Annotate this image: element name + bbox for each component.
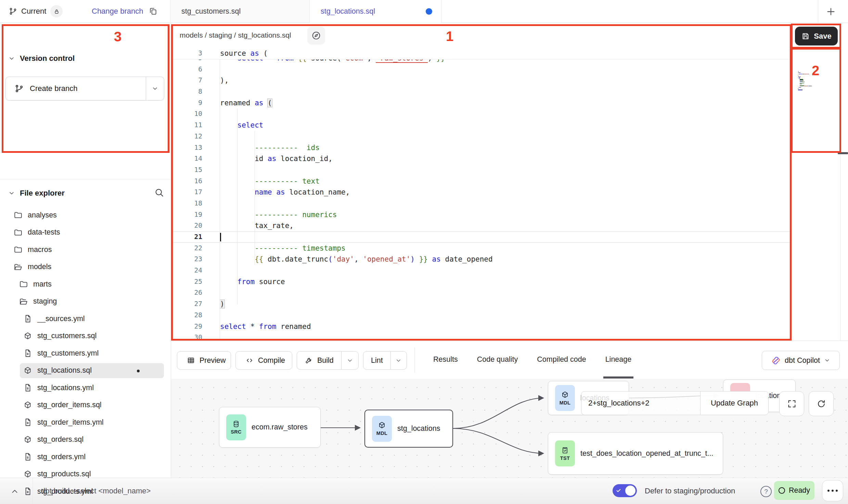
cube-icon bbox=[23, 332, 32, 341]
file-item-stg_locations.sql[interactable]: stg_locations.sql bbox=[0, 362, 171, 380]
folder-icon bbox=[14, 245, 23, 254]
code-line-8[interactable]: 8 bbox=[171, 86, 791, 97]
code-line-17[interactable]: 17 name as location_name, bbox=[171, 187, 791, 198]
dbt-copilot-button[interactable]: dbt Copilot bbox=[762, 351, 840, 370]
search-icon[interactable] bbox=[154, 187, 164, 198]
code-line-10[interactable]: 10 bbox=[171, 108, 791, 120]
file-explorer-header[interactable]: File explorer bbox=[8, 189, 65, 198]
code-line-12[interactable]: 12 bbox=[171, 131, 791, 142]
file-explorer-title: File explorer bbox=[20, 189, 65, 198]
lineage-compass-icon[interactable] bbox=[307, 27, 325, 44]
code-line-19[interactable]: 19 ---------- numerics bbox=[171, 209, 791, 221]
new-tab-button[interactable] bbox=[825, 5, 838, 18]
code-line-23[interactable]: 23 {{ dbt.date_trunc('day', 'opened_at')… bbox=[171, 254, 791, 265]
code-line-24[interactable]: 24 bbox=[171, 265, 791, 276]
code-line-5[interactable]: 5 select * from {{ source('ecom', 'raw_s… bbox=[171, 59, 791, 64]
file-item-stg_orders.yml[interactable]: stg_orders.yml bbox=[0, 448, 171, 466]
compile-button[interactable]: Compile bbox=[235, 351, 292, 370]
lint-dropdown[interactable] bbox=[390, 352, 407, 369]
code-line-18[interactable]: 18 bbox=[171, 198, 791, 209]
file-name: stg_locations.yml bbox=[37, 384, 94, 392]
code-line-7[interactable]: 7), bbox=[171, 75, 791, 86]
code-line-9[interactable]: 9renamed as ( bbox=[171, 97, 791, 109]
code-line-27[interactable]: 27) bbox=[171, 299, 791, 310]
fullscreen-button[interactable] bbox=[779, 391, 804, 416]
selector-input[interactable]: 2+stg_locations+2 bbox=[581, 392, 700, 415]
preview-button[interactable]: Preview bbox=[177, 351, 231, 370]
version-control-header[interactable]: Version control bbox=[8, 54, 75, 63]
code-line-29[interactable]: 29select * from renamed bbox=[171, 321, 791, 332]
model-badge: MDL bbox=[555, 385, 575, 411]
file-item-marts[interactable]: marts bbox=[0, 276, 171, 293]
file-item-stg_customers.yml[interactable]: stg_customers.yml bbox=[0, 345, 171, 362]
test-badge: TST bbox=[555, 440, 575, 466]
code-line-3[interactable]: 3source as ( bbox=[171, 48, 791, 59]
code-line-25[interactable]: 25 from source bbox=[171, 276, 791, 288]
lineage-node-test[interactable]: TST test_does_location_opened_at_trunc_t… bbox=[548, 432, 723, 475]
file-item-analyses[interactable]: analyses bbox=[0, 207, 171, 224]
code-line-30[interactable]: 30 bbox=[171, 332, 791, 341]
file-name: stg_orders.yml bbox=[37, 453, 86, 461]
tab-lineage[interactable]: Lineage bbox=[605, 341, 632, 379]
code-line-11[interactable]: 11 select bbox=[171, 120, 791, 131]
cube-icon bbox=[23, 401, 32, 410]
file-item-data-tests[interactable]: data-tests bbox=[0, 224, 171, 241]
code-editor[interactable]: 3source as ( 5 select * from {{ source('… bbox=[171, 48, 791, 341]
code-line-28[interactable]: 28 bbox=[171, 310, 791, 321]
code-line-21[interactable]: 21 bbox=[171, 231, 791, 243]
copy-icon[interactable] bbox=[149, 7, 157, 16]
folder-icon bbox=[14, 211, 23, 220]
save-button[interactable]: Save bbox=[795, 27, 838, 45]
file-item-stg_order_items.sql[interactable]: stg_order_items.sql bbox=[0, 397, 171, 414]
wrench-icon bbox=[305, 356, 313, 364]
help-icon[interactable]: ? bbox=[760, 486, 772, 497]
folder-open-icon bbox=[14, 263, 23, 271]
lineage-node-stg-locations[interactable]: MDL stg_locations bbox=[364, 410, 453, 448]
doc-icon bbox=[23, 418, 32, 427]
update-graph-button[interactable]: Update Graph bbox=[701, 392, 768, 415]
file-list: analysesdata-testsmacrosmodelsmartsstagi… bbox=[0, 207, 171, 500]
create-branch-button[interactable]: Create branch bbox=[5, 77, 164, 101]
file-item-models[interactable]: models bbox=[0, 258, 171, 276]
code-line-20[interactable]: 20 tax_rate, bbox=[171, 220, 791, 231]
file-item-stg_order_items.yml[interactable]: stg_order_items.yml bbox=[0, 414, 171, 431]
file-item-stg_locations.yml[interactable]: stg_locations.yml bbox=[0, 379, 171, 397]
node-label: ecom.raw_stores bbox=[252, 423, 308, 432]
tab-stg-customers-sql[interactable]: stg_customers.sql bbox=[170, 0, 310, 23]
create-branch-label: Create branch bbox=[30, 84, 77, 93]
code-line-14[interactable]: 14 id as location_id, bbox=[171, 153, 791, 164]
branch-status[interactable]: Current bbox=[9, 0, 63, 23]
defer-toggle[interactable] bbox=[613, 484, 637, 497]
refresh-button[interactable] bbox=[809, 391, 834, 416]
panel-resize-handle[interactable] bbox=[838, 152, 848, 154]
create-branch-dropdown[interactable] bbox=[146, 77, 164, 100]
overflow-menu-button[interactable] bbox=[822, 480, 843, 501]
code-line-15[interactable]: 15 bbox=[171, 164, 791, 176]
lineage-node-source[interactable]: SRC ecom.raw_stores bbox=[219, 407, 321, 448]
code-line-26[interactable]: 26 bbox=[171, 287, 791, 299]
toolbar-divider bbox=[414, 347, 415, 373]
file-item-stg_orders.sql[interactable]: stg_orders.sql bbox=[0, 431, 171, 449]
tab-code-quality[interactable]: Code quality bbox=[477, 341, 518, 379]
file-item-staging[interactable]: staging bbox=[0, 293, 171, 310]
lint-button[interactable]: Lint bbox=[363, 351, 407, 370]
tab-results[interactable]: Results bbox=[433, 341, 458, 379]
file-item-stg_customers.sql[interactable]: stg_customers.sql bbox=[0, 328, 171, 345]
build-dropdown[interactable] bbox=[341, 352, 358, 369]
code-line-16[interactable]: 16 ---------- text bbox=[171, 176, 791, 187]
dbt-cloud-ide: Current Change branch stg_customers.sql … bbox=[0, 0, 848, 504]
code-line-6[interactable]: 6 bbox=[171, 64, 791, 75]
code-line-13[interactable]: 13 ---------- ids bbox=[171, 142, 791, 154]
file-item-macros[interactable]: macros bbox=[0, 241, 171, 258]
topbar-divider bbox=[818, 0, 818, 23]
file-item-__sources.yml[interactable]: __sources.yml bbox=[0, 310, 171, 328]
build-button[interactable]: Build bbox=[297, 351, 359, 370]
tab-stg-locations-sql[interactable]: stg_locations.sql bbox=[310, 0, 441, 23]
minimap[interactable] bbox=[798, 71, 834, 91]
code-line-22[interactable]: 22 ---------- timestamps bbox=[171, 243, 791, 254]
tab-compiled-code[interactable]: Compiled code bbox=[537, 341, 586, 379]
chevron-up-icon[interactable] bbox=[10, 487, 19, 496]
sidebar-section-divider bbox=[0, 179, 171, 180]
change-branch-link[interactable]: Change branch bbox=[92, 7, 143, 16]
file-name: stg_order_items.yml bbox=[37, 418, 104, 427]
